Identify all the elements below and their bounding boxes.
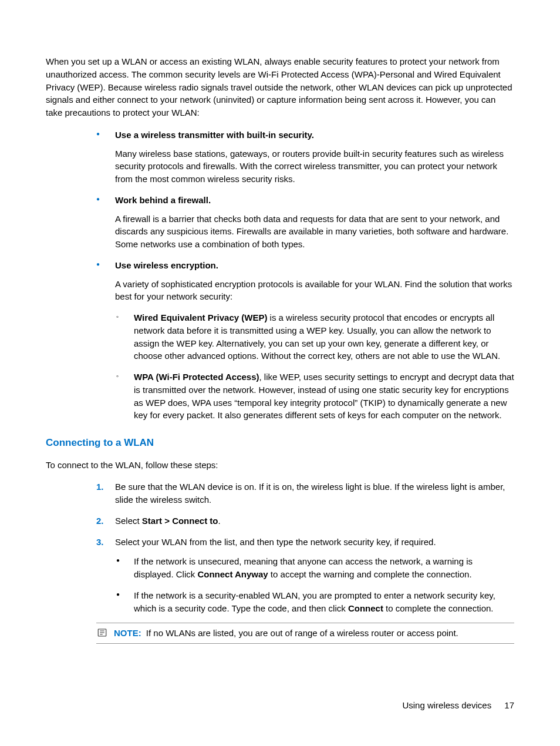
list-item: Use a wireless transmitter with built-in… — [96, 129, 514, 186]
list-item: Use wireless encryption. A variety of so… — [96, 259, 514, 422]
note-label: NOTE: — [114, 628, 141, 638]
step-sub-item: If the network is unsecured, meaning tha… — [115, 555, 514, 581]
sublist-lead: Wired Equivalent Privacy (WEP) — [134, 312, 267, 322]
step-item: Select your WLAN from the list, and then… — [96, 536, 514, 615]
step-item: Select Start > Connect to. — [96, 515, 514, 527]
list-item-heading: Use a wireless transmitter with built-in… — [115, 129, 514, 142]
list-item: Work behind a firewall. A firewall is a … — [96, 194, 514, 251]
sub-post: to complete the connection. — [383, 603, 494, 613]
steps-intro: To connect to the WLAN, follow these ste… — [46, 459, 514, 472]
sub-bold: Connect — [348, 603, 383, 613]
list-item-body: Many wireless base stations, gateways, o… — [115, 147, 514, 186]
footer-section: Using wireless devices — [402, 700, 491, 710]
note-icon — [96, 627, 108, 639]
sublist-item: Wired Equivalent Privacy (WEP) is a wire… — [115, 311, 514, 362]
list-item-heading: Use wireless encryption. — [115, 259, 514, 272]
step-item: Be sure that the WLAN device is on. If i… — [96, 480, 514, 506]
sublist-lead: WPA (Wi-Fi Protected Access) — [134, 372, 259, 382]
steps-list: Be sure that the WLAN device is on. If i… — [96, 480, 514, 614]
note-text: If no WLANs are listed, you are out of r… — [146, 628, 458, 638]
list-item-heading: Work behind a firewall. — [115, 194, 514, 207]
document-page: When you set up a WLAN or access an exis… — [0, 0, 560, 679]
precautions-list: Use a wireless transmitter with built-in… — [96, 129, 514, 422]
step-text: Be sure that the WLAN device is on. If i… — [115, 482, 505, 505]
page-footer: Using wireless devices 17 — [402, 699, 514, 712]
section-heading-connecting: Connecting to a WLAN — [46, 436, 514, 451]
step-post: . — [218, 516, 220, 526]
sub-post: to accept the warning and complete the c… — [268, 569, 472, 579]
sub-bold: Connect Anyway — [197, 569, 268, 579]
step-bold: Start > Connect to — [142, 516, 218, 526]
encryption-sublist: Wired Equivalent Privacy (WEP) is a wire… — [115, 311, 514, 422]
step-text: Select your WLAN from the list, and then… — [115, 537, 436, 547]
step-sub-list: If the network is unsecured, meaning tha… — [115, 555, 514, 614]
step-sub-item: If the network is a security-enabled WLA… — [115, 589, 514, 615]
list-item-body: A variety of sophisticated encryption pr… — [115, 278, 514, 304]
footer-page-number: 17 — [504, 700, 514, 710]
intro-paragraph: When you set up a WLAN or access an exis… — [46, 55, 514, 119]
sublist-item: WPA (Wi-Fi Protected Access), like WEP, … — [115, 371, 514, 422]
note-content: NOTE: If no WLANs are listed, you are ou… — [114, 627, 458, 640]
note-callout: NOTE: If no WLANs are listed, you are ou… — [96, 623, 514, 644]
step-pre: Select — [115, 516, 142, 526]
list-item-body: A firewall is a barrier that checks both… — [115, 213, 514, 251]
